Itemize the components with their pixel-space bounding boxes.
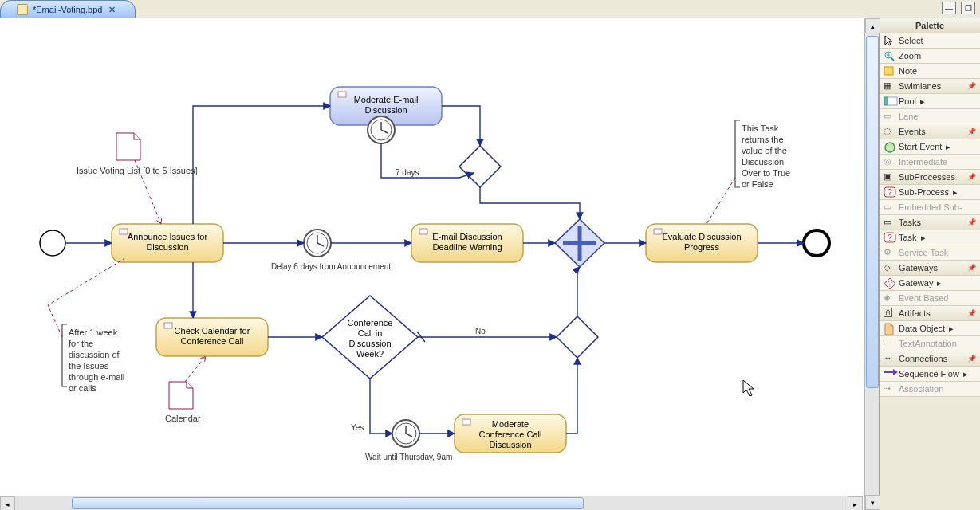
palette-note[interactable]: Note <box>880 64 980 79</box>
svg-rect-20 <box>164 323 172 328</box>
vertical-scrollbar[interactable]: ▴ ▾ <box>864 18 879 510</box>
drawer-tasks[interactable]: ▭ Tasks📌 <box>880 215 980 230</box>
data-object-icon <box>884 323 895 334</box>
intermediate-icon: ◎ <box>884 156 895 167</box>
task-announce[interactable]: Announce Issues forDiscussion <box>112 224 223 262</box>
pool-icon <box>884 96 895 107</box>
gateway-parallel[interactable] <box>555 219 604 267</box>
editor-tab[interactable]: *Email-Voting.bpd ✕ <box>0 0 136 18</box>
label-7days: 7 days <box>396 168 419 177</box>
lane-icon: ▭ <box>884 111 895 122</box>
boundary-timer-7days[interactable] <box>368 116 395 143</box>
close-tab-icon[interactable]: ✕ <box>108 1 116 18</box>
scroll-up-button[interactable]: ▴ <box>865 18 880 33</box>
view-window-controls: — ❐ <box>942 2 975 14</box>
drawer-gateways[interactable]: ◇ Gateways📌 <box>880 261 980 276</box>
palette-zoom[interactable]: Zoom <box>880 49 980 64</box>
task-moderate-conf[interactable]: ModerateConference CallDiscussion <box>455 414 566 453</box>
drawer-icon: ▦ <box>884 80 895 92</box>
palette-text-annotation[interactable]: ⌐ TextAnnotation <box>880 336 980 351</box>
palette-association[interactable]: ⇢ Association <box>880 382 980 397</box>
annotation-task-returns[interactable]: This Taskreturns thevalue of theDiscussi… <box>735 120 790 189</box>
editor-tab-bar: *Email-Voting.bpd ✕ — ❐ <box>0 0 980 18</box>
palette: Palette Select Zoom Note ▦ Swimlanes📌 <box>879 18 980 510</box>
drawer-events[interactable]: ◌ Events📌 <box>880 124 980 139</box>
palette-sequence-flow[interactable]: Sequence Flow▸ <box>880 367 980 382</box>
svg-point-34 <box>804 230 829 256</box>
timer-wait-thursday[interactable] <box>392 420 419 447</box>
scroll-down-button[interactable]: ▾ <box>865 495 880 510</box>
palette-intermediate[interactable]: ◎ Intermediate <box>880 155 980 170</box>
restore-view-button[interactable]: ❐ <box>961 2 975 14</box>
flow-modconf-gwconfmerge[interactable] <box>566 358 577 434</box>
annotation-after-week[interactable]: After 1 weekfor thediscussion ofthe Issu… <box>62 324 124 393</box>
end-event[interactable] <box>804 230 829 256</box>
task-icon: ? <box>884 232 895 243</box>
svg-rect-3 <box>120 229 128 234</box>
svg-line-39 <box>891 57 894 61</box>
minimize-view-button[interactable]: — <box>942 2 956 14</box>
palette-select[interactable]: Select <box>880 33 980 49</box>
flow-gwemail-parallel[interactable] <box>480 187 580 219</box>
scroll-right-button[interactable]: ▸ <box>848 496 863 510</box>
svg-rect-6 <box>338 92 346 97</box>
task-check-calendar[interactable]: Check Calendar forConference Call <box>156 318 268 356</box>
data-object-issue-list[interactable] <box>116 133 140 160</box>
horizontal-scrollbar[interactable]: ◂ ▸ <box>0 496 863 510</box>
palette-task[interactable]: ? Task▸ <box>880 230 980 245</box>
gateway-conference-call[interactable]: ConferenceCall inDiscussionWeek? <box>322 296 418 379</box>
gateway-merge-conf[interactable] <box>557 316 598 358</box>
subprocess-icon: ? <box>884 186 895 198</box>
palette-start-event[interactable]: Start Event▸ <box>880 139 980 155</box>
association-icon: ⇢ <box>884 383 895 394</box>
flow-gwconfmerge-parallel[interactable] <box>577 267 580 316</box>
hscroll-thumb[interactable] <box>72 497 584 509</box>
gateway-merge-email[interactable] <box>459 146 501 187</box>
diagram-canvas[interactable]: Announce Issues forDiscussion Moderate E… <box>0 18 864 510</box>
cursor-icon <box>743 380 754 396</box>
subproc-drawer-icon: ▣ <box>884 171 895 182</box>
label-no: No <box>475 327 486 335</box>
palette-lane[interactable]: ▭ Lane <box>880 109 980 124</box>
svg-rect-17 <box>419 229 427 234</box>
assoc-afterweek-announce[interactable] <box>48 259 124 337</box>
assoc-calendar-checkcal[interactable] <box>185 356 206 382</box>
assoc-returns-evaluate[interactable] <box>706 178 735 224</box>
svg-text:E-mail DiscussionDeadline Warn: E-mail DiscussionDeadline Warning <box>432 232 502 252</box>
editor-tab-title: *Email-Voting.bpd <box>33 1 102 18</box>
flow-announce-moderate[interactable] <box>193 106 330 224</box>
gateway-icon: ? <box>884 277 895 288</box>
gateway-drawer-icon: ◇ <box>884 262 895 273</box>
palette-gateway[interactable]: ? Gateway▸ <box>880 276 980 291</box>
zoom-icon <box>884 50 895 61</box>
sequence-flow-icon <box>884 368 895 379</box>
timer-delay-6-days[interactable] <box>304 230 331 257</box>
palette-data-object[interactable]: Data Object▸ <box>880 321 980 336</box>
artifacts-icon: 🄰 <box>884 308 895 319</box>
start-event[interactable] <box>40 230 65 256</box>
palette-title: Palette <box>880 18 980 33</box>
palette-event-based[interactable]: ◈ Event Based <box>880 291 980 306</box>
label-wait-thursday: Wait until Thursday, 9am <box>365 453 452 461</box>
scroll-left-button[interactable]: ◂ <box>0 496 15 510</box>
vscroll-thumb[interactable] <box>866 36 879 388</box>
drawer-connections[interactable]: ↔ Connections📌 <box>880 351 980 367</box>
data-object-calendar[interactable] <box>169 382 193 409</box>
palette-subprocess[interactable]: ? Sub-Process▸ <box>880 185 980 200</box>
palette-embedded-sub[interactable]: ▭ Embedded Sub- <box>880 200 980 215</box>
drawer-artifacts[interactable]: 🄰 Artifacts📌 <box>880 306 980 321</box>
task-email-warning[interactable]: E-mail DiscussionDeadline Warning <box>411 224 523 262</box>
palette-service-task[interactable]: ⚙ Service Task <box>880 245 980 261</box>
palette-pool[interactable]: Pool▸ <box>880 94 980 109</box>
drawer-subprocesses[interactable]: ▣ SubProcesses📌 <box>880 170 980 185</box>
service-task-icon: ⚙ <box>884 247 895 258</box>
flow-moderate-gw[interactable] <box>442 106 480 146</box>
svg-text:?: ? <box>888 280 892 288</box>
svg-text:?: ? <box>888 233 892 242</box>
note-icon <box>884 65 895 76</box>
flow-gwconf-yes[interactable] <box>370 379 392 434</box>
svg-rect-42 <box>884 67 893 75</box>
drawer-swimlanes[interactable]: ▦ Swimlanes📌 <box>880 79 980 94</box>
task-evaluate[interactable]: Evaluate DiscussionProgress <box>646 224 758 262</box>
svg-text:After 1 weekfor thediscussion : After 1 weekfor thediscussion ofthe Issu… <box>69 328 124 393</box>
